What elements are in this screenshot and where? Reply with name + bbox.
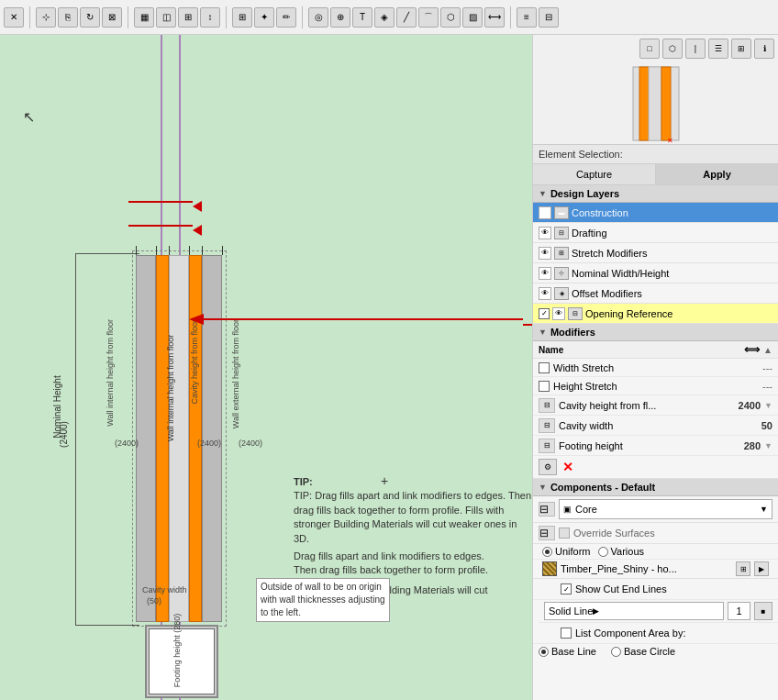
eye-drafting[interactable]: 👁 bbox=[539, 227, 551, 239]
svg-rect-2 bbox=[639, 67, 649, 140]
components-header[interactable]: ▼ Components - Default bbox=[533, 479, 778, 496]
checkbox-width-stretch[interactable] bbox=[539, 362, 550, 373]
settings-btn[interactable]: ⚙ bbox=[539, 459, 557, 475]
show-cut-checkbox[interactable]: ✓ bbox=[561, 583, 572, 594]
eye-opening-ref[interactable]: 👁 bbox=[552, 307, 565, 320]
align2-icon[interactable]: ⊟ bbox=[539, 7, 559, 28]
resize-icon[interactable]: ⟺ bbox=[744, 343, 760, 356]
measure-icon[interactable]: ⊕ bbox=[330, 7, 350, 28]
override-checkbox[interactable] bbox=[559, 528, 570, 539]
layer-offset[interactable]: 👁 ◈ Offset Modifiers bbox=[533, 283, 778, 304]
svg-rect-3 bbox=[649, 67, 661, 140]
arc-icon[interactable]: ⌒ bbox=[418, 7, 439, 28]
delete-btn[interactable]: ✕ bbox=[561, 460, 575, 474]
eye-construction[interactable]: 👁 bbox=[539, 206, 551, 219]
copy-icon[interactable]: ⎘ bbox=[58, 7, 78, 28]
separator-3 bbox=[226, 6, 227, 28]
material-name: Timber_Pine_Shiny - ho... bbox=[561, 563, 732, 574]
various-radio[interactable] bbox=[598, 547, 608, 557]
dim-icon[interactable]: ⟷ bbox=[484, 7, 505, 28]
layer-construction[interactable]: 👁 ▬ Construction bbox=[533, 203, 778, 223]
checkbox-opening-ref[interactable]: ✓ bbox=[539, 308, 550, 319]
scroll-up-btn[interactable]: ▲ bbox=[763, 345, 772, 355]
tick-5 bbox=[202, 246, 203, 255]
poly-icon[interactable]: ⬡ bbox=[440, 7, 461, 28]
line-style-dropdown[interactable]: Solid Line ▶ bbox=[544, 602, 724, 620]
modifiers-arrow: ▼ bbox=[539, 328, 547, 337]
components-title: Components - Default bbox=[550, 482, 655, 493]
preview-btn-5[interactable]: ⊞ bbox=[731, 39, 751, 59]
eye-offset[interactable]: 👁 bbox=[539, 287, 551, 300]
symbol-icon[interactable]: ◈ bbox=[374, 7, 395, 28]
align-icon[interactable]: ≡ bbox=[517, 7, 537, 28]
preview-area: □ ⬡ | ☰ ⊞ ℹ ✕ bbox=[533, 35, 778, 145]
modifiers-header[interactable]: ▼ Modifiers bbox=[533, 324, 778, 341]
wall-int-label: Wall internal height from floor bbox=[106, 319, 115, 427]
eye-nominal[interactable]: 👁 bbox=[539, 267, 551, 280]
apply-button[interactable]: Apply bbox=[656, 164, 778, 184]
basecircle-radio[interactable] bbox=[611, 647, 621, 657]
close-btn[interactable]: ✕ bbox=[4, 7, 24, 28]
prop-name-cavity-w: Cavity width bbox=[559, 420, 758, 431]
prop-footing-height[interactable]: ⊟ Footing height 280 ▼ bbox=[533, 436, 778, 456]
prop-cavity-height[interactable]: ⊟ Cavity height from fl... 2400 ▼ bbox=[533, 395, 778, 416]
prop-cavity-width[interactable]: ⊟ Cavity width 50 bbox=[533, 416, 778, 436]
fill-icon[interactable]: ▨ bbox=[462, 7, 483, 28]
layer-nominal[interactable]: 👁 ⊹ Nominal Width/Height bbox=[533, 263, 778, 283]
tick-2 bbox=[156, 246, 157, 255]
rotate-icon[interactable]: ↻ bbox=[80, 7, 100, 28]
layer-opening-ref[interactable]: ✓ 👁 ⊟ Opening Reference bbox=[533, 304, 778, 324]
list-component-label: List Component Area by: bbox=[575, 628, 685, 639]
cursor-icon: ↖ bbox=[23, 108, 35, 126]
design-layers-header[interactable]: ▼ Design Layers bbox=[533, 185, 778, 203]
uniform-radio[interactable] bbox=[542, 547, 552, 557]
line-num[interactable]: 1 bbox=[728, 602, 750, 620]
controls-row: ⚙ ✕ bbox=[533, 456, 778, 479]
modifier-height-stretch[interactable]: Height Stretch --- bbox=[533, 377, 778, 395]
material-edit-btn[interactable]: ⊞ bbox=[736, 561, 750, 576]
preview-btn-2[interactable]: ⬡ bbox=[662, 39, 683, 59]
list-component-checkbox[interactable] bbox=[561, 628, 572, 639]
uniform-radio-group: Uniform bbox=[542, 546, 591, 557]
preview-btn-4[interactable]: ☰ bbox=[708, 39, 728, 59]
design-layers-arrow: ▼ bbox=[539, 189, 547, 198]
draw-icon[interactable]: ✏ bbox=[276, 7, 296, 28]
checkbox-height-stretch[interactable] bbox=[539, 381, 550, 392]
eye-stretch[interactable]: 👁 bbox=[539, 247, 551, 260]
view2-icon[interactable]: ◫ bbox=[156, 7, 176, 28]
modifier-width-stretch[interactable]: Width Stretch --- bbox=[533, 359, 778, 377]
outside-line1: Outside of wall to be on origin bbox=[261, 581, 385, 594]
layer-icon-construction: ▬ bbox=[554, 206, 569, 219]
grid-icon[interactable]: ⊞ bbox=[232, 7, 252, 28]
snap-icon[interactable]: ✦ bbox=[254, 7, 274, 28]
mirror-icon[interactable]: ⊠ bbox=[102, 7, 122, 28]
prop-arrow-1: ▼ bbox=[764, 401, 772, 410]
layer-icon-offset: ◈ bbox=[554, 287, 569, 300]
canvas-area[interactable]: ↖ Nominal Height (2400) bbox=[0, 35, 532, 700]
zoom-icon[interactable]: ◎ bbox=[308, 7, 328, 28]
preview-btn-6[interactable]: ℹ bbox=[754, 39, 774, 59]
material-row: Timber_Pine_Shiny - ho... ⊞ ▶ bbox=[533, 560, 778, 579]
component-icon: ⊟ bbox=[539, 502, 555, 517]
baseline-radio[interactable] bbox=[539, 647, 549, 657]
line-icon[interactable]: ╱ bbox=[396, 7, 417, 28]
preview-btn-3[interactable]: | bbox=[685, 39, 706, 59]
preview-btn-1[interactable]: □ bbox=[639, 39, 660, 59]
capture-button[interactable]: Capture bbox=[533, 164, 656, 184]
text-icon[interactable]: T bbox=[352, 7, 372, 28]
core-dropdown[interactable]: ▣ Core ▼ bbox=[559, 499, 772, 519]
plus-cursor: + bbox=[381, 473, 388, 488]
opening-ref-arrow bbox=[523, 324, 532, 326]
tick-4 bbox=[189, 246, 190, 255]
arrow-icon[interactable]: ↕ bbox=[200, 7, 220, 28]
view-icon[interactable]: ▦ bbox=[134, 7, 154, 28]
prop-icon-3: ⊟ bbox=[539, 439, 555, 453]
layer-name-nominal: Nominal Width/Height bbox=[572, 268, 772, 279]
material-menu-btn[interactable]: ▶ bbox=[754, 561, 769, 576]
layer-stretch[interactable]: 👁 ⊞ Stretch Modifiers bbox=[533, 243, 778, 263]
move-icon[interactable]: ⊹ bbox=[36, 7, 56, 28]
layer-drafting[interactable]: 👁 ⊟ Drafting bbox=[533, 223, 778, 243]
line-color-btn[interactable]: ■ bbox=[754, 602, 772, 620]
view3-icon[interactable]: ⊞ bbox=[178, 7, 198, 28]
tick-6 bbox=[222, 246, 223, 255]
